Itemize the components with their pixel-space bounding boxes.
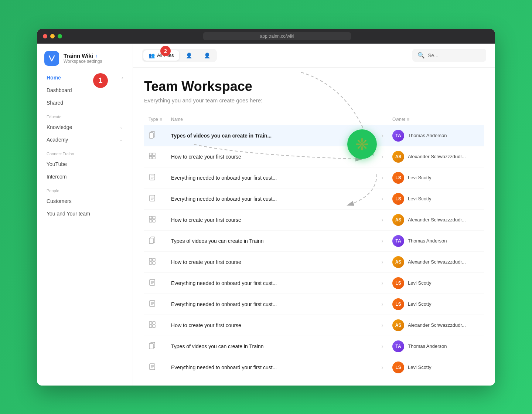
row-chevron-icon[interactable]: › (377, 315, 388, 336)
avatar: AS (392, 256, 404, 268)
row-chevron-icon[interactable]: › (377, 188, 388, 209)
minimize-button[interactable] (50, 34, 55, 38)
svg-rect-33 (149, 322, 152, 324)
sidebar-nav: Home › Dashboard Shared Educate Knowledg… (37, 72, 133, 220)
sidebar-item-home[interactable]: Home › (43, 72, 127, 84)
close-button[interactable] (43, 34, 47, 38)
search-bar[interactable]: 🔍 (412, 49, 486, 62)
row-chevron-icon[interactable]: › (377, 125, 388, 146)
table-row[interactable]: Everything needed to onboard your first … (144, 357, 484, 378)
table-row[interactable]: Everything needed to onboard your first … (144, 167, 484, 188)
file-owner: AS Alexander Schwazzzdudr... (388, 315, 484, 336)
row-chevron-icon[interactable]: › (377, 336, 388, 357)
filter-tabs: 2 👥 All Files 👤 👤 (142, 49, 217, 62)
table-row[interactable]: Types of videos you can create in Trainn… (144, 336, 484, 357)
filter-tab-2[interactable]: 👤 (181, 50, 197, 61)
search-icon: 🔍 (417, 52, 425, 59)
table-row[interactable]: Everything needed to onboard your first … (144, 188, 484, 209)
file-name: Everything needed to onboard your first … (167, 293, 377, 315)
file-owner: LS Levi Scotty (388, 188, 484, 209)
sidebar-item-label: Intercom (47, 174, 66, 180)
section-educate: Educate (43, 109, 127, 121)
filter-tab-3[interactable]: 👤 (199, 50, 215, 61)
sidebar-item-shared[interactable]: Shared (43, 97, 127, 109)
row-chevron-icon[interactable]: › (377, 293, 388, 315)
search-input[interactable] (428, 52, 481, 58)
page-subtitle: Everything you and your team create goes… (144, 97, 484, 104)
maximize-button[interactable] (58, 34, 62, 38)
row-chevron-icon[interactable]: › (377, 357, 388, 378)
file-owner: AS Alexander Schwazzzdudr... (388, 146, 484, 167)
sidebar-item-label: You and Your team (47, 211, 90, 217)
file-name: Types of videos you can create in Trainn (167, 336, 377, 357)
file-type-icon (144, 251, 167, 272)
sidebar-item-label: Customers (47, 198, 72, 204)
section-connect: Connect Trainn (43, 146, 127, 158)
sidebar-header: Trainn Wiki ↕ Workspace settings (37, 44, 133, 72)
owner-name: Levi Scotty (408, 364, 432, 370)
row-chevron-icon[interactable]: › (377, 146, 388, 167)
chevron-down-icon: ⌄ (119, 137, 123, 142)
file-type-icon (144, 230, 167, 251)
main-wrapper: ✳️ 2 (133, 44, 495, 386)
sidebar-item-dashboard[interactable]: Dashboard (43, 84, 127, 96)
table-row[interactable]: Everything needed to onboard your first … (144, 272, 484, 293)
avatar: TA (392, 340, 404, 352)
row-chevron-icon[interactable]: › (377, 230, 388, 251)
file-name: How to create your first course (167, 209, 377, 230)
table-row[interactable]: How to create your first course› AS Alex… (144, 315, 484, 336)
sidebar-item-intercom[interactable]: Intercom (43, 171, 127, 183)
row-chevron-icon[interactable]: › (377, 272, 388, 293)
avatar: AS (392, 151, 404, 163)
owner-name: Thomas Anderson (408, 238, 447, 244)
file-type-icon (144, 315, 167, 336)
files-table: Type ≡ Name Owner ≡ (144, 114, 484, 378)
avatar: AS (392, 214, 404, 226)
sidebar-item-youtube[interactable]: YouTube (43, 158, 127, 170)
url-bar[interactable]: app.trainn.co/wiki (203, 32, 351, 40)
svg-rect-24 (153, 262, 155, 264)
table-row[interactable]: How to create your first course› AS Alex… (144, 146, 484, 167)
owner-name: Thomas Anderson (408, 133, 447, 138)
file-owner: LS Levi Scotty (388, 272, 484, 293)
file-name: Everything needed to onboard your first … (167, 357, 377, 378)
owner-name: Thomas Anderson (408, 343, 447, 349)
table-row[interactable]: How to create your first course› AS Alex… (144, 251, 484, 272)
file-type-icon (144, 209, 167, 230)
avatar: AS (392, 319, 404, 331)
chevron-right-icon: › (122, 75, 123, 80)
row-chevron-icon[interactable]: › (377, 251, 388, 272)
table-row[interactable]: Types of videos you can create in Trainn… (144, 230, 484, 251)
table-row[interactable]: How to create your first course› AS Alex… (144, 209, 484, 230)
owner-filter-icon[interactable]: ≡ (407, 117, 409, 122)
row-chevron-icon[interactable]: › (377, 209, 388, 230)
file-type-icon (144, 125, 167, 146)
sidebar-item-label: Shared (47, 100, 63, 106)
chevron-down-icon: ⌄ (119, 125, 123, 130)
svg-rect-16 (153, 216, 155, 219)
owner-name: Alexander Schwazzzdudr... (408, 322, 466, 328)
file-name: How to create your first course (167, 315, 377, 336)
cursor-indicator: ✳️ (347, 129, 377, 159)
svg-rect-20 (149, 238, 153, 244)
sidebar-item-knowledge[interactable]: Knowledge ⌄ (43, 121, 127, 133)
file-owner: LS Levi Scotty (388, 357, 484, 378)
row-chevron-icon[interactable]: › (377, 167, 388, 188)
owner-name: Levi Scotty (408, 175, 432, 180)
sidebar-item-academy[interactable]: Academy ⌄ (43, 134, 127, 146)
main-toolbar: 2 👥 All Files 👤 👤 🔍 (133, 44, 495, 68)
table-row[interactable]: Everything needed to onboard your first … (144, 293, 484, 315)
file-name: Everything needed to onboard your first … (167, 272, 377, 293)
filter-icon[interactable]: ≡ (160, 117, 162, 122)
svg-rect-34 (153, 322, 155, 324)
sidebar-item-team[interactable]: You and Your team (43, 208, 127, 220)
avatar: LS (392, 277, 404, 289)
sidebar-item-customers[interactable]: Customers (43, 195, 127, 207)
svg-rect-22 (153, 258, 155, 261)
table-row[interactable]: Types of videos you can create in Train.… (144, 125, 484, 146)
file-owner: AS Alexander Schwazzzdudr... (388, 251, 484, 272)
file-name: How to create your first course (167, 146, 377, 167)
col-type-header: Type ≡ (144, 114, 167, 125)
file-owner: LS Levi Scotty (388, 293, 484, 315)
file-type-icon (144, 167, 167, 188)
